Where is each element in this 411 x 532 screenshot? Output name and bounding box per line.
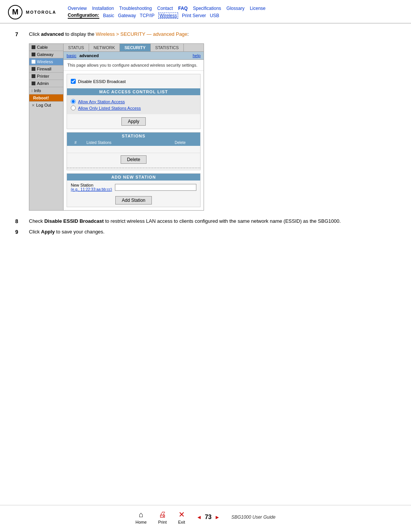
config-label: Configuration:: [68, 13, 99, 19]
nav-gateway[interactable]: Gateway: [118, 13, 136, 18]
sidebar-item-info[interactable]: i Info: [29, 87, 63, 94]
nav-basic[interactable]: Basic: [103, 13, 114, 18]
prev-page-arrow[interactable]: ◄: [196, 514, 202, 520]
cable-icon: [32, 45, 35, 49]
nav-license[interactable]: License: [250, 6, 265, 11]
col-delete: Delete: [160, 139, 200, 146]
nav-glossary[interactable]: Glossary: [226, 6, 244, 11]
nav-bottom: Configuration: Basic Gateway TCP/IP Wire…: [68, 13, 266, 19]
step-8-number: 8: [15, 218, 23, 224]
logout-icon: ✕: [32, 103, 35, 107]
page-description: This page allows you to configure advanc…: [64, 60, 204, 71]
disable-essid-label: Disable ESSID Broadcast: [78, 79, 126, 84]
step-8-bold: Disable ESSID Broadcast: [44, 218, 104, 224]
footer-home[interactable]: ⌂ Home: [135, 510, 147, 524]
table-row-empty: [67, 146, 200, 153]
nav-wireless[interactable]: Wireless: [158, 13, 178, 19]
step-8-row: 8 Check Disable ESSID Broadcast to restr…: [15, 218, 396, 224]
tab-statistics[interactable]: STATISTICS: [151, 44, 184, 51]
footer-print[interactable]: 🖨 Print: [158, 510, 167, 524]
next-page-arrow[interactable]: ►: [215, 514, 220, 520]
nav-contact[interactable]: Contact: [157, 6, 173, 11]
new-station-example: (e.g., 11:22:33:aa:bb:cc): [71, 187, 112, 192]
sidebar-item-gateway[interactable]: Gateway: [29, 51, 63, 58]
tab-basic[interactable]: basic: [67, 53, 76, 58]
page-number: 73: [205, 514, 212, 521]
tab-network[interactable]: NETWORK: [89, 44, 120, 51]
step-9-row: 9 Click Apply to save your changes.: [15, 229, 396, 235]
add-station-btn-area: Add Station: [67, 194, 200, 207]
allow-listed-label[interactable]: Allow Only Listed Stations Access: [78, 106, 141, 110]
allow-any-label[interactable]: Allow Any Station Access: [78, 99, 125, 104]
footer-print-label: Print: [158, 520, 167, 524]
step-7-link[interactable]: Wireless > SECURITY — advanced Page: [96, 31, 188, 37]
home-icon: ⌂: [139, 510, 143, 519]
sidebar-logout-label: Log Out: [36, 103, 51, 107]
exit-icon: ✕: [178, 510, 185, 519]
nav-top: Overview Installation Troubleshooting Co…: [68, 6, 266, 11]
tab-advanced[interactable]: advanced: [80, 53, 99, 58]
printer-icon: [32, 74, 35, 78]
logo-area: M MOTOROLA: [8, 5, 56, 20]
gateway-icon: [32, 53, 35, 56]
motorola-logo-icon: M: [8, 5, 23, 20]
add-station-content: New Station (e.g., 11:22:33:aa:bb:cc): [67, 181, 200, 194]
apply-area: Apply: [67, 114, 200, 129]
nav-faq[interactable]: FAQ: [178, 6, 188, 11]
wireless-icon: [32, 60, 35, 64]
sidebar-reboot-label: Reboot!: [33, 96, 49, 100]
guide-title: SBG1000 User Guide: [231, 514, 276, 520]
nav-area: Overview Installation Troubleshooting Co…: [68, 6, 266, 19]
new-station-input[interactable]: [115, 184, 196, 191]
allow-listed-row: Allow Only Listed Stations Access: [71, 105, 196, 111]
sidebar-logout-button[interactable]: ✕ Log Out: [29, 102, 63, 109]
delete-button[interactable]: Delete: [121, 155, 147, 164]
nav-tcpip[interactable]: TCP/IP: [140, 13, 155, 18]
step-7-bold: advanced: [41, 31, 64, 37]
nav-specifications[interactable]: Specifications: [193, 6, 221, 11]
allow-listed-radio[interactable]: [71, 105, 76, 110]
disable-essid-row: Disable ESSID Broadcast: [71, 77, 196, 85]
nav-installation[interactable]: Installation: [92, 6, 114, 11]
help-link[interactable]: help: [193, 53, 201, 58]
disable-essid-checkbox[interactable]: [71, 79, 76, 84]
sidebar-item-firewall[interactable]: Firewall: [29, 66, 63, 73]
sidebar-label-info: Info: [34, 88, 41, 93]
mac-header: MAC ACCESS CONTROL LIST: [67, 88, 200, 95]
step-7-number: 7: [15, 31, 23, 37]
add-station-button[interactable]: Add Station: [115, 196, 152, 204]
nav-print-server[interactable]: Print Server: [182, 13, 206, 18]
nav-troubleshooting[interactable]: Troubleshooting: [119, 6, 152, 11]
allow-any-radio[interactable]: [71, 99, 76, 104]
sidebar-reboot-button[interactable]: Reboot!: [29, 94, 63, 102]
nav-overview[interactable]: Overview: [68, 6, 87, 11]
sidebar-label-firewall: Firewall: [37, 67, 51, 71]
brand-name: MOTOROLA: [26, 10, 56, 14]
content-panel: STATUS NETWORK SECURITY STATISTICS basic…: [64, 44, 204, 210]
sidebar-item-admin[interactable]: Admin: [29, 80, 63, 87]
sidebar-item-printer[interactable]: Printer: [29, 73, 63, 80]
step-8-text: Check Disable ESSID Broadcast to restric…: [29, 218, 341, 224]
footer-exit-label: Exit: [178, 520, 185, 524]
sidebar-item-cable[interactable]: Cable: [29, 44, 63, 51]
stations-header: STATIONS: [67, 133, 200, 139]
new-station-row: New Station (e.g., 11:22:33:aa:bb:cc): [71, 183, 196, 192]
sidebar: Cable Gateway Wireless Firewall Printer: [29, 44, 64, 210]
sub-tabs-left: basic advanced: [67, 53, 99, 58]
step-9-bold: Apply: [41, 229, 55, 235]
print-icon: 🖨: [159, 510, 166, 519]
apply-button[interactable]: Apply: [121, 117, 146, 126]
nav-usb[interactable]: USB: [210, 13, 219, 18]
essid-section: Disable ESSID Broadcast MAC ACCESS CONTR…: [67, 74, 201, 129]
tab-security[interactable]: SECURITY: [120, 44, 151, 51]
header: M MOTOROLA Overview Installation Trouble…: [0, 0, 411, 24]
sidebar-item-wireless[interactable]: Wireless: [29, 58, 63, 66]
sub-tabs: basic advanced help: [64, 52, 204, 60]
browser-inner: Cable Gateway Wireless Firewall Printer: [29, 44, 204, 210]
tab-status[interactable]: STATUS: [64, 44, 89, 51]
footer-exit[interactable]: ✕ Exit: [178, 510, 185, 524]
sidebar-label-cable: Cable: [37, 45, 48, 50]
new-station-label-area: New Station (e.g., 11:22:33:aa:bb:cc): [71, 183, 112, 192]
footer: ⌂ Home 🖨 Print ✕ Exit ◄ 73 ► SBG1000 Use…: [0, 505, 411, 524]
page-indicator: ◄ 73 ►: [196, 514, 220, 521]
